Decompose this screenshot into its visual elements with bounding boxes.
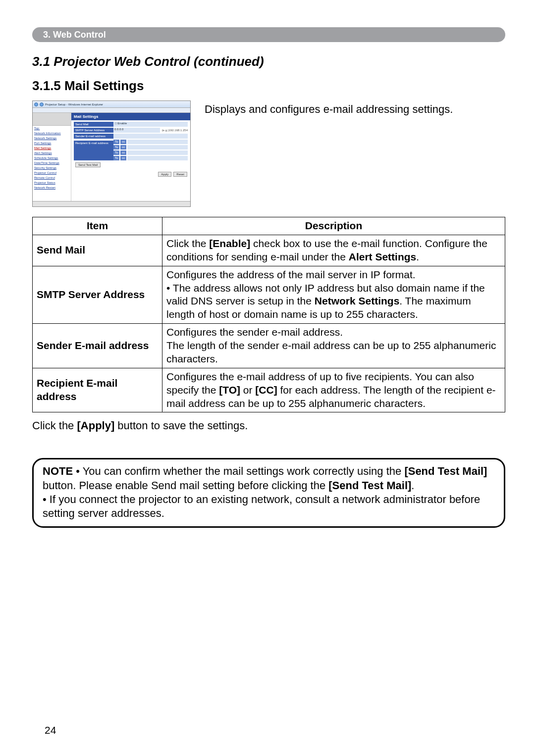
- cc-radio[interactable]: cc: [120, 151, 126, 155]
- desc-recipient: Configures the e-mail address of up to f…: [162, 368, 505, 412]
- item-recipient: Recipient E-mail address: [33, 368, 162, 412]
- smtp-hint: (e.g.)192.168.1.254: [162, 129, 188, 132]
- section-title: 3.1 Projector Web Control (continued): [32, 54, 505, 69]
- browser-tabs: [33, 108, 190, 113]
- recipient-input[interactable]: [127, 151, 188, 155]
- to-radio[interactable]: To: [113, 140, 119, 144]
- sidebar-item[interactable]: Projector Control: [33, 170, 71, 175]
- chapter-bar: 3. Web Control: [32, 27, 505, 42]
- cc-radio[interactable]: cc: [120, 156, 126, 160]
- note-line2: • If you connect the projector to an exi…: [43, 493, 480, 519]
- panel-title: Mail Settings: [71, 113, 190, 120]
- send-test-mail-button[interactable]: Send Test Mail: [75, 162, 101, 167]
- sidebar-item[interactable]: Port Settings: [33, 141, 71, 146]
- sidebar-item[interactable]: Top:: [33, 126, 71, 131]
- sidebar-item[interactable]: Network Settings: [33, 136, 71, 141]
- enable-checkbox[interactable]: □ Enable: [113, 122, 188, 127]
- sidebar-item[interactable]: Alert Settings: [33, 151, 71, 155]
- window-title: Projector Setup - Windows Internet Explo…: [45, 103, 103, 106]
- desc-sender: Configures the sender e-mail address. Th…: [162, 324, 505, 368]
- to-radio[interactable]: To: [113, 156, 119, 160]
- after-table-text: Click the [Apply] button to save the set…: [32, 419, 505, 432]
- back-icon: [34, 102, 38, 106]
- apply-button[interactable]: Apply: [158, 172, 171, 177]
- th-desc: Description: [162, 217, 505, 235]
- sidebar-item[interactable]: Network Restart: [33, 185, 71, 190]
- cc-radio[interactable]: cc: [120, 140, 126, 144]
- screenshot: Projector Setup - Windows Internet Explo…: [32, 101, 191, 207]
- item-sender: Sender E-mail address: [33, 324, 162, 368]
- row-send-mail: Send Mail: [74, 122, 113, 127]
- note-label: NOTE: [43, 465, 73, 477]
- description-table: Item Description Send Mail Click the [En…: [32, 217, 505, 412]
- desc-send-mail: Click the [Enable] check box to use the …: [162, 235, 505, 266]
- recipient-input[interactable]: [127, 156, 188, 160]
- recipient-input[interactable]: [127, 145, 188, 150]
- browser-titlebar: Projector Setup - Windows Internet Explo…: [33, 101, 190, 108]
- to-radio[interactable]: To: [113, 145, 119, 150]
- sidebar-item[interactable]: Projector Status: [33, 180, 71, 185]
- reset-button[interactable]: Reset: [173, 172, 187, 177]
- desc-smtp: Configures the address of the mail serve…: [162, 266, 505, 324]
- intro-text: Displays and configures e-mail addressin…: [205, 101, 453, 207]
- to-radio[interactable]: To: [113, 151, 119, 155]
- row-sender: Sender E-mail address: [74, 134, 113, 139]
- page-number: 24: [45, 724, 56, 736]
- sidebar-item[interactable]: Schedule Settings: [33, 155, 71, 160]
- browser-statusbar: [33, 201, 190, 206]
- forward-icon: [40, 102, 44, 106]
- logo-placeholder: [33, 113, 71, 126]
- item-send-mail: Send Mail: [33, 235, 162, 266]
- sidebar-item[interactable]: Date/Time Settings: [33, 160, 71, 165]
- sidebar-item[interactable]: Network Information: [33, 131, 71, 136]
- chapter-text: 3. Web Control: [43, 30, 106, 40]
- th-item: Item: [33, 217, 162, 235]
- recipient-input[interactable]: [127, 140, 188, 144]
- row-smtp: SMTP Server Address: [74, 128, 113, 133]
- sidebar-item[interactable]: Security Settings: [33, 165, 71, 170]
- sidebar: Top: Network Information Network Setting…: [33, 113, 71, 201]
- subsection-title: 3.1.5 Mail Settings: [32, 78, 505, 94]
- smtp-input[interactable]: 0.0.0.0: [113, 128, 160, 133]
- sidebar-item[interactable]: Remote Control: [33, 175, 71, 180]
- sender-input[interactable]: [113, 134, 188, 139]
- note-box: NOTE • You can confirm whether the mail …: [32, 458, 505, 528]
- row-recipient: Recipient E-mail address: [74, 141, 113, 160]
- cc-radio[interactable]: cc: [120, 145, 126, 150]
- sidebar-item-active[interactable]: Mail Settings: [33, 146, 71, 151]
- item-smtp: SMTP Server Address: [33, 266, 162, 324]
